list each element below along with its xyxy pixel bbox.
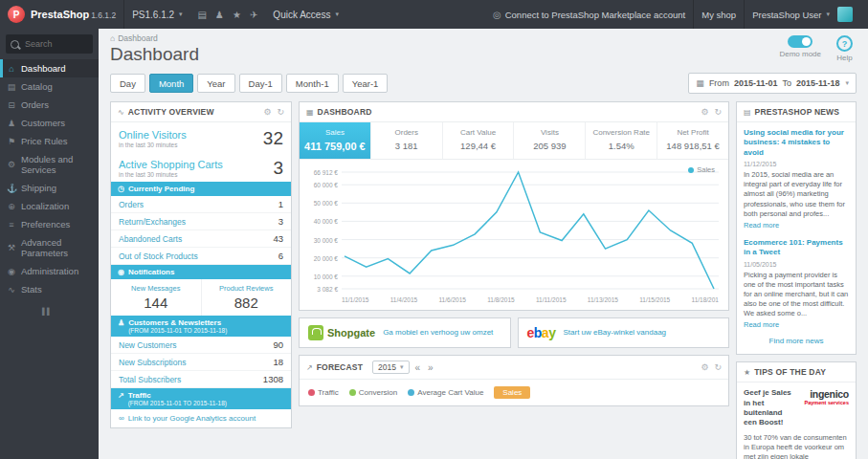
range-button-month[interactable]: Month [149,74,193,93]
news-article-excerpt: Picking a payment provider is one of the… [744,271,849,319]
help-icon[interactable]: ? [836,35,853,52]
kpi-cart-value[interactable]: Cart Value 129,44 € [443,122,515,159]
legend-average-cart-value[interactable]: Average Cart Value [408,388,483,397]
notifications-grid: New Messages 144 Product Reviews 882 [111,279,291,316]
orders-link[interactable]: Orders [119,200,144,209]
from-label: From [709,78,729,88]
legend-conversion[interactable]: Conversion [349,388,397,397]
sidebar-item-administration[interactable]: ◉ Administration [0,262,99,280]
kpi-net-profit[interactable]: Net Profit 148 918,51 € [657,122,728,159]
sidebar-item-shipping[interactable]: ⚓ Shipping [0,179,99,197]
legend-label: Average Cart Value [417,388,483,397]
ebay-link[interactable]: Start uw eBay-winkel vandaag [563,328,666,338]
quick-access-menu[interactable]: Quick Access ▾ [265,0,346,29]
section-subtitle: (FROM 2015-11-01 TO 2015-11-18) [128,400,227,406]
sidebar-collapse-icon[interactable]: ▌▌ [0,298,99,315]
new-messages-cell[interactable]: New Messages 144 [111,279,201,316]
kpi-label: Cart Value [445,128,512,137]
read-more-link[interactable]: Read more [744,320,849,329]
panel-title: PRESTASHOP NEWS [755,107,840,117]
orders-icon: ⊟ [7,100,16,110]
chart-legend[interactable]: Sales [688,165,715,174]
user-menu-label: PrestaShop User [752,10,821,20]
date-range-picker[interactable]: ▦ From 2015-11-01 To 2015-11-18 ▾ [688,73,857,94]
kpi-sales[interactable]: Sales 411 759,00 € [300,122,371,159]
sidebar-item-modules[interactable]: ⚙ Modules and Services [0,150,99,179]
demo-mode-toggle[interactable] [788,35,812,48]
traffic-header: ↗ Traffic (FROM 2015-11-01 TO 2015-11-18… [111,388,291,409]
kpi-conversion-rate[interactable]: Conversion Rate 1.54% [586,122,657,159]
range-button-year-1[interactable]: Year-1 [343,74,389,93]
abandoned-carts-link[interactable]: Abandoned Carts [119,234,182,244]
new-customers-link[interactable]: New Customers [119,340,176,350]
year-selector[interactable]: 2015 ▾ [372,361,409,374]
read-more-link[interactable]: Read more [744,221,849,230]
previous-year-button[interactable]: « [413,362,423,373]
sidebar-item-price-rules[interactable]: ⚑ Price Rules [0,132,99,150]
customers-icon[interactable]: ♟ [215,10,224,20]
next-year-button[interactable]: » [426,362,435,373]
section-title: Currently Pending [128,185,194,193]
sidebar-item-localization[interactable]: ⊕ Localization [0,197,99,215]
kpi-value: 205 939 [516,141,583,151]
forecast-legend: Traffic Conversion Average Cart Value Sa… [300,380,728,405]
help-label: Help [836,54,852,62]
gear-icon[interactable]: ⚙ [263,107,271,117]
sidebar-item-catalog[interactable]: ▤ Catalog [0,77,99,96]
find-more-news-link[interactable]: Find more news [744,329,849,348]
refresh-icon[interactable]: ↻ [277,107,284,117]
kpi-label: Conversion Rate [588,128,655,137]
ingenico-tagline: Payment services [799,400,849,405]
price-rules-icon: ⚑ [7,137,16,146]
refresh-icon[interactable]: ↻ [714,107,722,117]
product-reviews-cell[interactable]: Product Reviews 882 [201,279,292,316]
prestashop-logo-icon[interactable]: P [8,6,25,23]
abandoned-carts-count: 43 [273,233,283,244]
kpi-orders[interactable]: Orders 3 181 [371,122,443,159]
marketplace-link[interactable]: ◎ Connect to PrestaShop Marketplace acco… [485,0,693,29]
my-shop-link[interactable]: My shop [694,0,744,29]
cart-icon[interactable]: ▤ [198,10,207,20]
total-subscribers-link[interactable]: Total Subscribers [119,375,181,384]
sidebar-item-preferences[interactable]: ≡ Preferences [0,215,99,233]
news-article-title[interactable]: Using social media for your business: 4 … [744,128,849,158]
new-subscriptions-link[interactable]: New Subscriptions [119,358,186,367]
new-customers-count: 90 [273,339,283,350]
legend-sales-button[interactable]: Sales [494,386,530,399]
user-menu[interactable]: PrestaShop User ▾ [745,0,868,29]
star-icon[interactable]: ★ [233,10,241,20]
out-of-stock-link[interactable]: Out of Stock Products [119,251,198,261]
returns-link[interactable]: Return/Exchanges [119,217,186,227]
search-input[interactable] [23,38,92,50]
ingenico-name: ingenico [799,388,849,400]
plane-icon[interactable]: ✈ [250,10,257,20]
dashboard-column: ▦ DASHBOARD ⚙ ↻ Sales 411 759,00 € Order… [299,101,729,413]
range-button-day-1[interactable]: Day-1 [239,74,282,93]
range-button-day[interactable]: Day [110,74,145,93]
active-carts-link[interactable]: Active Shopping Carts [119,159,223,170]
brand-name: PrestaShop1.6.1.2 [31,9,116,20]
sidebar-item-dashboard[interactable]: ⌂ Dashboard [0,59,99,77]
legend-traffic[interactable]: Traffic [308,388,339,397]
refresh-icon[interactable]: ↻ [714,362,722,372]
online-visitors-link[interactable]: Online Visitors [119,129,187,141]
pending-row: Out of Stock Products 6 [111,248,291,265]
kpi-visits[interactable]: Visits 205 939 [514,122,586,159]
gear-icon[interactable]: ⚙ [701,362,708,372]
ebay-letter: b [534,325,542,340]
sidebar-item-orders[interactable]: ⊟ Orders [0,96,99,114]
gear-icon[interactable]: ⚙ [701,107,708,117]
range-button-month-1[interactable]: Month-1 [286,74,339,93]
sidebar-item-customers[interactable]: ♟ Customers [0,114,99,132]
news-article-title[interactable]: Ecommerce 101: Payments in a Tweet [744,238,849,258]
shopgate-link[interactable]: Ga mobiel en verhoog uw omzet [383,328,493,338]
sidebar-item-advanced-parameters[interactable]: ⚒ Advanced Parameters [0,233,99,262]
shipping-icon: ⚓ [7,184,16,193]
chevron-down-icon: ▾ [335,11,339,18]
shop-selector[interactable]: PS1.6.1.2 ▾ [124,0,189,29]
sidebar-item-stats[interactable]: ∿ Stats [0,280,99,298]
kpi-value: 148 918,51 € [659,141,726,151]
range-button-year[interactable]: Year [197,74,234,93]
google-analytics-link[interactable]: ∞ Link to your Google Analytics account [111,409,291,427]
panel-header: ★ TIPS OF THE DAY [737,362,856,382]
